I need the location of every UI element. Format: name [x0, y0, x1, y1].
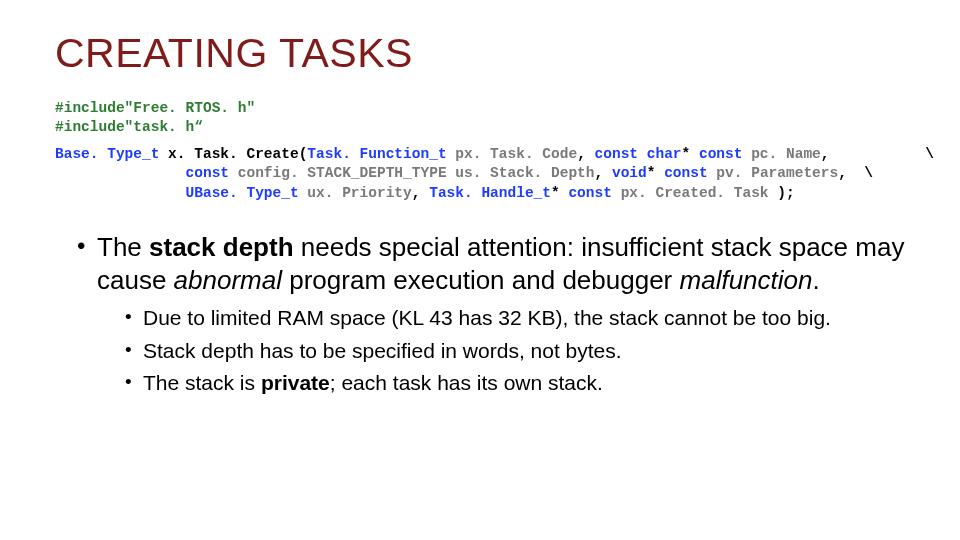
main-bullet-1: The stack depth needs special attention:…	[77, 231, 905, 397]
code-include-2: #include"task. h“	[55, 119, 203, 135]
slide: CREATING TASKS #include"Free. RTOS. h" #…	[0, 0, 960, 540]
sub-bullet-1: Due to limited RAM space (KL 43 has 32 K…	[125, 304, 905, 332]
code-include-1: #include"Free. RTOS. h"	[55, 100, 255, 116]
sub-bullet-3: The stack is private; each task has its …	[125, 369, 905, 397]
sub-bullet-2: Stack depth has to be specified in words…	[125, 337, 905, 365]
include-block: #include"Free. RTOS. h" #include"task. h…	[55, 99, 905, 137]
function-signature: Base. Type_t x. Task. Create(Task. Funct…	[55, 145, 905, 204]
main-bullet-list: The stack depth needs special attention:…	[77, 231, 905, 397]
sub-bullet-list: Due to limited RAM space (KL 43 has 32 K…	[125, 304, 905, 397]
slide-title: CREATING TASKS	[55, 30, 905, 77]
